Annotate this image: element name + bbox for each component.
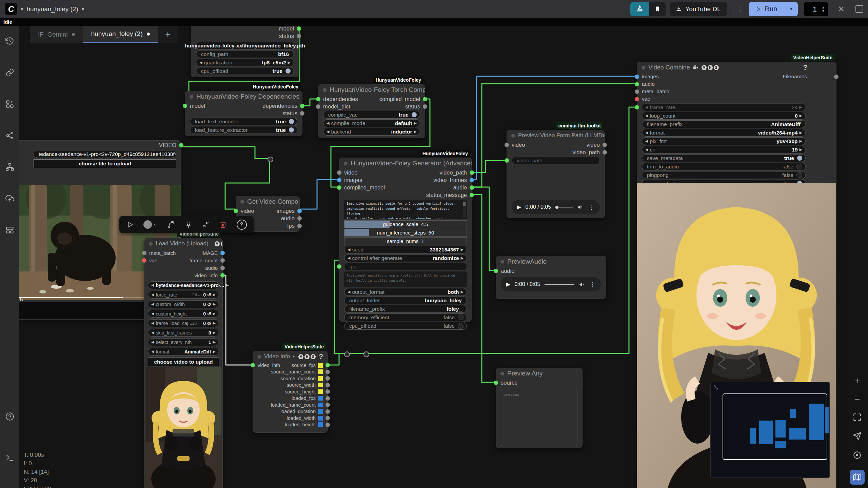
input-slot-vae[interactable]: [635, 97, 639, 101]
decrement-icon[interactable]: ▼: [822, 9, 825, 13]
decrement-icon[interactable]: ◀: [151, 330, 154, 335]
increment-icon[interactable]: ▶: [213, 302, 216, 306]
output-slot-filenames[interactable]: [834, 75, 839, 79]
increment-icon[interactable]: ▶: [461, 256, 463, 260]
player-menu-icon[interactable]: ⋮: [590, 281, 596, 288]
widget-video-path-converted-input[interactable]: video_path: [512, 157, 600, 164]
widget-num-inference-steps[interactable]: num_inference_steps 50: [344, 229, 467, 237]
comfyui-logo[interactable]: C: [5, 3, 17, 15]
widget-quantization[interactable]: ◀quantizationfp8_e5m2▶: [196, 59, 294, 66]
widget-fr ame-load-cap[interactable]: ◀frame_load_cap120←0 ⊘▶: [148, 319, 219, 327]
input-slot-video[interactable]: [505, 143, 509, 147]
output-slot-video[interactable]: [603, 143, 607, 147]
widget-output-format[interactable]: ◀output_formatboth▶: [344, 288, 467, 296]
decrement-icon[interactable]: ◀: [151, 283, 154, 287]
fit-view-icon[interactable]: [853, 413, 862, 423]
increment-icon[interactable]: ▶: [213, 349, 216, 354]
minimap-viewport[interactable]: [723, 393, 827, 460]
decrement-icon[interactable]: ◀: [645, 139, 648, 143]
node-preview-video-path[interactable]: comfyui-llm-toolkit Preview Video Form P…: [507, 130, 605, 218]
widget-load-text-encoder[interactable]: load_text_encodertrue: [190, 118, 297, 125]
output-slot-audio[interactable]: [297, 216, 302, 221]
increment-icon[interactable]: ▶: [288, 60, 291, 65]
widget-control-after-generate[interactable]: ◀control after generaterandomize▶: [344, 254, 467, 262]
widget-guidance-scale[interactable]: guidance_scale 4.5: [344, 220, 467, 228]
help-icon[interactable]: [5, 412, 14, 421]
input-slot-fps[interactable]: [337, 264, 341, 269]
toggle-icon[interactable]: [285, 68, 291, 74]
output-slot-video-path[interactable]: [470, 170, 474, 175]
toggle-icon[interactable]: [458, 323, 463, 329]
execute-node-icon[interactable]: [126, 221, 134, 228]
output-slot[interactable]: [326, 409, 330, 414]
increment-icon[interactable]: ▶: [414, 129, 417, 134]
output-slot-image[interactable]: [220, 251, 225, 255]
unsaved-dot-icon[interactable]: [147, 33, 150, 36]
increment-icon[interactable]: ▶: [800, 147, 802, 152]
reroute-dot[interactable]: [363, 351, 369, 357]
play-icon[interactable]: ▶: [517, 204, 521, 210]
pin-icon[interactable]: [185, 221, 192, 228]
negative-prompt-textarea[interactable]: Additional negative prompts (optional). …: [344, 271, 467, 287]
video-preview-girl-small[interactable]: [146, 367, 221, 488]
increment-icon[interactable]: ▶: [800, 139, 802, 143]
decrement-icon[interactable]: ◀: [151, 292, 154, 297]
toggle-icon[interactable]: [458, 314, 463, 320]
widget-custom-height[interactable]: ◀custom_height0 ↺▶: [148, 310, 219, 318]
toggle-icon[interactable]: [796, 164, 802, 169]
output-slot-status[interactable]: [300, 111, 304, 116]
choose-video-button[interactable]: choose video to upload: [148, 358, 219, 366]
increment-icon[interactable]: ▲: [822, 6, 825, 9]
increment-icon[interactable]: ▶: [213, 292, 216, 297]
drag-handle-icon[interactable]: ⋮⋮: [731, 5, 745, 13]
toggle-icon[interactable]: [796, 172, 802, 178]
widget-select-every-nth[interactable]: ◀select_every_nth1▶: [148, 338, 219, 346]
toggle-icon[interactable]: [289, 119, 294, 124]
widget-model-path[interactable]: hunyuanvideo-foley-xxl\hunyuanvideo_fole…: [196, 42, 294, 49]
widget-frame-rate-converted-input[interactable]: ◀frame_rate24▶: [642, 103, 806, 111]
widget-skip-first-frames[interactable]: ◀skip_first_frames0▶: [148, 329, 219, 337]
zoom-out-icon[interactable]: −: [854, 394, 860, 404]
decrement-icon[interactable]: ◀: [327, 121, 329, 125]
workflow-tree-icon[interactable]: [5, 163, 14, 171]
widget-load-feature-extractor[interactable]: load_feature_extractortrue: [190, 126, 297, 134]
decrement-icon[interactable]: ◀: [151, 311, 154, 316]
templates-icon[interactable]: [5, 100, 14, 108]
widget-crf[interactable]: ◀crf19▶: [642, 146, 806, 154]
input-slot-model[interactable]: [183, 104, 187, 108]
cloud-upload-icon[interactable]: [5, 194, 14, 203]
chevron-down-icon[interactable]: ▾: [82, 6, 84, 12]
widget-seed[interactable]: ◀seed3362184367▶: [344, 246, 467, 253]
output-slot[interactable]: [326, 383, 330, 387]
output-slot[interactable]: [326, 389, 330, 394]
increment-icon[interactable]: ▶: [461, 247, 463, 252]
unsaved-dot-icon[interactable]: [72, 33, 75, 36]
minimap-anchor-icon[interactable]: [713, 385, 719, 390]
tab-hunyuan-foley[interactable]: hunyuan_foley (2): [83, 26, 158, 43]
node-foley-generator[interactable]: HunyuanVideoFoley HunyuanVideo-Foley Gen…: [339, 158, 472, 322]
reroute-dot[interactable]: [344, 351, 350, 357]
output-slot-audio[interactable]: [220, 266, 225, 270]
input-slot-video-info[interactable]: [251, 363, 255, 367]
node-load-video[interactable]: VideoHelperSuite Load Video (Upload) VHS…: [144, 238, 223, 488]
output-slot-fps[interactable]: [297, 224, 302, 228]
run-options-button[interactable]: ▾: [784, 2, 798, 16]
increment-icon[interactable]: ▶: [213, 311, 216, 316]
output-slot-compiled-model[interactable]: [423, 97, 427, 101]
decrement-icon[interactable]: ◀: [348, 256, 350, 260]
input-slot-model-dict[interactable]: [316, 104, 320, 109]
zoom-in-icon[interactable]: +: [854, 376, 860, 386]
node-preview-audio[interactable]: PreviewAudio audio ▶ 0:00 / 0:05 ⋮: [496, 256, 606, 299]
decrement-icon[interactable]: ◀: [645, 114, 648, 118]
collapse-icon[interactable]: [202, 221, 210, 228]
volume-icon[interactable]: [577, 204, 584, 210]
widget-pix-fmt[interactable]: ◀pix_fmtyuv420p▶: [642, 137, 806, 145]
player-seekbar[interactable]: [545, 284, 574, 285]
output-slot-status[interactable]: [423, 104, 427, 109]
output-slot[interactable]: [326, 376, 330, 381]
workflow-title[interactable]: hunyuan_foley (2): [27, 5, 78, 13]
output-slot[interactable]: [326, 423, 330, 427]
widget-filename-prefix[interactable]: filename_prefixAnimateDiff: [642, 120, 806, 128]
widget-trim-to-audio[interactable]: trim_to_audiofalse: [642, 163, 806, 170]
output-slot-video[interactable]: [179, 143, 183, 147]
